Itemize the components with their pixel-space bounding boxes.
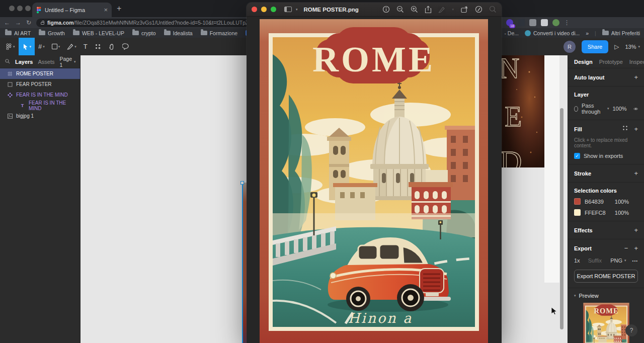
profile-avatar[interactable]: [552, 19, 559, 26]
fear-poster-canvas-object[interactable]: N E D: [502, 55, 544, 167]
back-icon[interactable]: ←: [4, 19, 10, 26]
new-tab-button[interactable]: +: [117, 4, 121, 13]
color-swatch[interactable]: [574, 198, 581, 205]
sidebar-toggle-icon[interactable]: [284, 7, 292, 12]
preview-toolbar-icons: ▾: [382, 6, 497, 14]
tab-layers[interactable]: Layers: [15, 59, 33, 65]
share-icon[interactable]: [425, 6, 432, 14]
image-layer-icon: [7, 114, 13, 119]
color-hex: FFEFC8: [585, 210, 606, 216]
selection-color-row[interactable]: FFEFC8 100%: [574, 209, 638, 216]
tab-prototype[interactable]: Prototype: [599, 59, 623, 65]
forward-icon[interactable]: →: [15, 19, 21, 26]
minimize-icon[interactable]: [261, 7, 267, 12]
design-panel-tabs: Design Prototype Inspect: [568, 55, 644, 68]
add-effect-icon[interactable]: +: [634, 226, 638, 234]
layer-row-fear-poster[interactable]: FEAR POSTER: [0, 79, 80, 90]
remove-export-icon[interactable]: −: [624, 244, 628, 252]
bookmark-folder[interactable]: Growth: [39, 30, 65, 36]
layer-row-text[interactable]: T FEAR IS IN THE MIND: [0, 100, 80, 111]
preview-titlebar[interactable]: ▾ ROME POSTER.png ▾: [247, 3, 502, 17]
bookmark-folder[interactable]: AI ART: [5, 30, 31, 36]
bookmark-item[interactable]: Converti i video di...: [525, 30, 580, 36]
color-swatch[interactable]: [574, 209, 581, 216]
info-icon[interactable]: [382, 6, 390, 13]
bookmarks-overflow-icon[interactable]: »: [586, 30, 589, 36]
styles-icon[interactable]: [622, 125, 628, 131]
extensions-puzzle-icon[interactable]: [529, 19, 536, 26]
window-zoom-button[interactable]: [25, 6, 31, 11]
checkbox-checked[interactable]: ✓: [574, 153, 580, 159]
show-in-exports-row[interactable]: ✓ Show in exports: [574, 153, 638, 159]
selection-handle[interactable]: [240, 181, 244, 185]
bookmark-folder[interactable]: WEB - LEVEL-UP: [73, 30, 124, 36]
layer-row-rome-poster[interactable]: ROME POSTER: [0, 68, 80, 79]
bookmark-item[interactable]: - De...: [504, 30, 519, 36]
zoom-level-dropdown[interactable]: 13%▾: [625, 44, 640, 50]
browser-tab[interactable]: Untitled – Figma ×: [32, 3, 112, 17]
tab-inspect[interactable]: Inspect: [629, 59, 644, 65]
tab-assets[interactable]: Assets: [38, 59, 54, 65]
fullscreen-icon[interactable]: [271, 7, 276, 12]
export-more-icon[interactable]: •••: [632, 259, 638, 263]
preview-window[interactable]: ▾ ROME POSTER.png ▾: [247, 3, 502, 343]
page-selector[interactable]: Page 1▾: [60, 56, 76, 68]
share-button[interactable]: Share: [582, 40, 608, 53]
bookmark-folder[interactable]: Formazione: [201, 30, 237, 36]
pen-tool[interactable]: ▾: [63, 38, 80, 55]
close-icon[interactable]: [252, 7, 257, 12]
resources-tool[interactable]: [91, 38, 105, 55]
frame-tool[interactable]: # ▾: [35, 38, 48, 55]
add-stroke-icon[interactable]: +: [634, 169, 638, 177]
chevron-down-icon[interactable]: ▾: [452, 8, 454, 12]
export-scale[interactable]: 1x: [574, 258, 580, 264]
export-suffix-field[interactable]: Suffix: [588, 258, 602, 264]
selection-color-row[interactable]: B64839 100%: [574, 198, 638, 205]
sidepanel-icon[interactable]: [541, 19, 548, 26]
tab-design[interactable]: Design: [574, 59, 593, 65]
add-export-icon[interactable]: +: [634, 244, 638, 252]
hand-tool[interactable]: [105, 38, 119, 55]
rotate-icon[interactable]: [460, 6, 468, 13]
zoom-in-icon[interactable]: [411, 6, 418, 13]
text-tool[interactable]: T: [80, 38, 91, 55]
extension-icon-palette[interactable]: [518, 19, 525, 26]
browser-menu-icon[interactable]: ⋮: [564, 19, 570, 26]
eye-icon[interactable]: [633, 107, 638, 111]
canvas-scrollbar[interactable]: [560, 108, 564, 329]
layer-name: bigjpg 1: [16, 113, 34, 119]
user-avatar[interactable]: R: [564, 41, 576, 53]
other-bookmarks-folder[interactable]: Altri Preferiti: [602, 30, 640, 36]
tab-close-icon[interactable]: ×: [104, 7, 108, 13]
preview-section-header[interactable]: ▾ Preview: [568, 288, 644, 301]
bookmark-folder[interactable]: crypto: [132, 30, 156, 36]
extension-icon-video[interactable]: 18: [506, 19, 513, 26]
move-tool[interactable]: ▾: [19, 38, 35, 55]
layer-row-image[interactable]: bigjpg 1: [0, 111, 80, 121]
layer-row-component[interactable]: FEAR IS IN THE MIND: [0, 90, 80, 100]
blend-mode-icon[interactable]: [574, 106, 578, 112]
blend-mode-dropdown[interactable]: Pass through: [582, 103, 604, 115]
window-minimize-button[interactable]: [17, 6, 23, 11]
layer-opacity[interactable]: 100%: [612, 106, 626, 112]
search-icon[interactable]: [489, 6, 497, 13]
window-close-button[interactable]: [9, 6, 15, 11]
search-icon[interactable]: [5, 59, 10, 65]
markup-pen-icon[interactable]: [438, 6, 445, 13]
comment-tool[interactable]: [119, 38, 133, 55]
bookmark-folder[interactable]: Idealista: [164, 30, 193, 36]
chevron-down-icon: ▾: [607, 107, 609, 111]
help-button[interactable]: ?: [625, 324, 637, 336]
zoom-out-icon[interactable]: [396, 6, 404, 13]
annotate-icon[interactable]: [475, 6, 482, 13]
shape-tool[interactable]: ▾: [48, 38, 64, 55]
svg-text:D: D: [502, 145, 522, 167]
add-fill-icon[interactable]: +: [634, 125, 638, 133]
present-icon[interactable]: ▷: [614, 43, 619, 50]
add-auto-layout-icon[interactable]: +: [634, 73, 638, 81]
export-format-dropdown[interactable]: PNG▾: [610, 258, 626, 264]
reload-icon[interactable]: ↻: [26, 19, 31, 26]
main-menu-button[interactable]: ▾: [2, 38, 19, 55]
folder-icon: [5, 31, 12, 35]
export-rome-poster-button[interactable]: Export ROME POSTER: [574, 270, 638, 283]
